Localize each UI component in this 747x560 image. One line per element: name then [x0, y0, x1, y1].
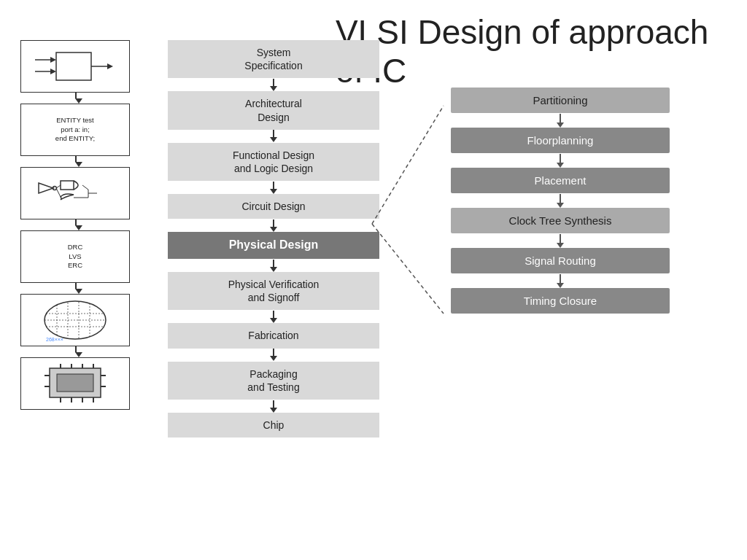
- svg-rect-38: [57, 374, 93, 392]
- svg-rect-9: [61, 181, 74, 190]
- right-arrow-3: [557, 193, 564, 208]
- svg-line-12: [82, 185, 88, 190]
- right-step-timing-closure: Timing Closure: [451, 288, 670, 314]
- arrow-3: [270, 181, 277, 194]
- slide-title: VLSI Design of approach of IC: [336, 13, 729, 90]
- svg-marker-6: [107, 63, 113, 69]
- icon-wafer: 268×××: [20, 294, 130, 346]
- flow-step-phys-verification: Physical Verificationand Signoff: [168, 272, 379, 310]
- flow-step-system-spec: SystemSpecification: [168, 40, 379, 78]
- flow-step-packaging: Packagingand Testing: [168, 362, 379, 400]
- flow-step-functional-design: Functional Designand Logic Design: [168, 143, 379, 181]
- right-step-placement: Placement: [451, 168, 670, 193]
- flow-step-fabrication: Fabrication: [168, 323, 379, 348]
- icon-entity-text: ENTITY testport a: in;end ENTITY;: [20, 104, 130, 156]
- left-icons-column: ENTITY testport a: in;end ENTITY;: [20, 40, 130, 410]
- icon-block-diagram: [20, 40, 130, 93]
- icon-chip-package: [20, 357, 130, 410]
- svg-line-10: [56, 185, 61, 188]
- right-step-clock-tree: Clock Tree Synthesis: [451, 208, 670, 233]
- svg-marker-3: [50, 69, 56, 74]
- slide-container: VLSI Design of approach of IC ENTITY tes…: [0, 0, 747, 560]
- right-arrow-1: [557, 113, 564, 128]
- icon-gate-diagram: [20, 167, 130, 219]
- right-column: Partitioning Floorplanning Placement Clo…: [444, 88, 677, 314]
- right-arrow-2: [557, 153, 564, 168]
- right-step-floorplanning: Floorplanning: [451, 128, 670, 153]
- flow-step-arch-design: ArchitecturalDesign: [168, 91, 379, 129]
- svg-marker-1: [50, 57, 56, 63]
- arrow-8: [270, 400, 277, 413]
- right-arrow-5: [557, 273, 564, 288]
- arrow-4: [270, 219, 277, 232]
- right-step-partitioning: Partitioning: [451, 88, 670, 113]
- svg-rect-4: [56, 52, 91, 80]
- arrow-1: [270, 78, 277, 91]
- arrow-7: [270, 349, 277, 362]
- flow-step-physical-design: Physical Design: [168, 232, 379, 259]
- svg-marker-7: [39, 183, 53, 193]
- arrow-5: [270, 259, 277, 272]
- arrow-6: [270, 310, 277, 323]
- right-arrow-4: [557, 233, 564, 248]
- svg-text:268×××: 268×××: [46, 337, 63, 342]
- right-step-signal-routing: Signal Routing: [451, 248, 670, 273]
- svg-line-11: [56, 188, 61, 197]
- flow-step-chip: Chip: [168, 413, 379, 438]
- flow-step-circuit-design: Circuit Design: [168, 194, 379, 219]
- icon-drc-text: DRCLVSERC: [20, 230, 130, 283]
- flow-column: SystemSpecification ArchitecturalDesign …: [160, 40, 387, 438]
- arrow-2: [270, 130, 277, 143]
